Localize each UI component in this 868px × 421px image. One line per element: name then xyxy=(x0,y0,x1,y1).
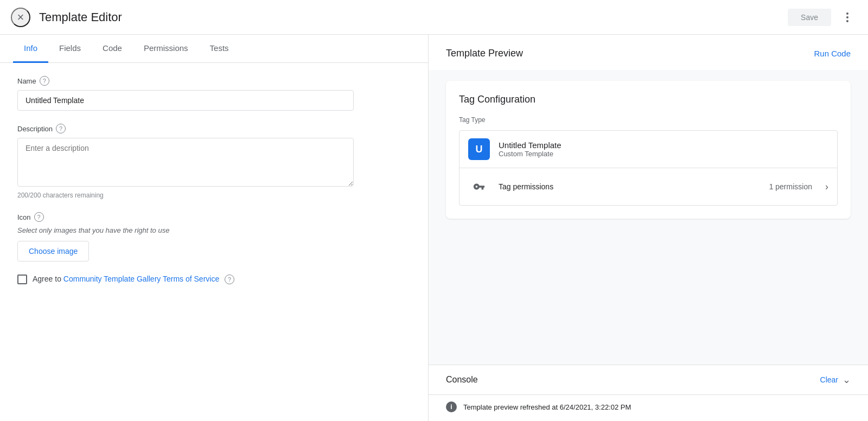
char-count: 200/200 characters remaining xyxy=(17,192,411,199)
key-icon xyxy=(468,176,490,197)
tag-config-title: Tag Configuration xyxy=(459,94,838,105)
console-section: Console Clear ⌄ i Template preview refre… xyxy=(429,365,868,421)
choose-image-button[interactable]: Choose image xyxy=(17,241,89,261)
icon-field-group: Icon ? Select only images that you have … xyxy=(17,212,411,261)
save-button[interactable]: Save xyxy=(788,9,831,26)
close-button[interactable]: × xyxy=(11,8,30,27)
tab-permissions[interactable]: Permissions xyxy=(133,35,199,63)
tag-icon: U xyxy=(468,138,490,160)
icon-subtitle: Select only images that you have the rig… xyxy=(17,226,411,234)
header-actions: Save xyxy=(788,8,857,27)
tag-info: Untitled Template Custom Template xyxy=(499,141,561,158)
tag-config-area: Tag Configuration Tag Type U Untitled Te… xyxy=(429,70,868,365)
description-input[interactable] xyxy=(17,138,354,187)
template-preview-title: Template Preview xyxy=(446,48,523,59)
description-help-icon[interactable]: ? xyxy=(56,124,66,133)
app-header: × Template Editor Save xyxy=(0,0,868,35)
name-input[interactable] xyxy=(17,90,354,111)
three-dots-icon xyxy=(846,12,848,22)
tag-main-row: U Untitled Template Custom Template xyxy=(459,131,837,168)
clear-button[interactable]: Clear xyxy=(820,375,838,384)
description-field-group: Description ? 200/200 characters remaini… xyxy=(17,124,411,199)
name-field-group: Name ? xyxy=(17,76,411,111)
console-header[interactable]: Console Clear ⌄ xyxy=(429,365,868,394)
tos-checkbox[interactable] xyxy=(17,275,27,284)
tos-link[interactable]: Community Template Gallery Terms of Serv… xyxy=(63,275,219,283)
tag-permissions-row[interactable]: Tag permissions 1 permission › xyxy=(459,168,837,205)
tag-name: Untitled Template xyxy=(499,141,561,150)
console-title: Console xyxy=(446,375,816,385)
tab-info[interactable]: Info xyxy=(13,35,48,63)
tag-type-item: U Untitled Template Custom Template xyxy=(459,130,838,206)
tag-type-label: Tag Type xyxy=(459,116,838,124)
info-log-icon: i xyxy=(446,401,457,412)
page-title: Template Editor xyxy=(39,10,122,24)
tabs-nav: Info Fields Code Permissions Tests xyxy=(0,35,428,63)
console-message: Template preview refreshed at 6/24/2021,… xyxy=(463,403,631,411)
description-label: Description ? xyxy=(17,124,411,133)
tos-text: Agree to Community Template Gallery Term… xyxy=(33,275,234,284)
more-options-button[interactable] xyxy=(838,8,857,27)
collapse-icon: ⌄ xyxy=(843,374,851,386)
left-panel: Info Fields Code Permissions Tests Name … xyxy=(0,35,429,421)
icon-label: Icon ? xyxy=(17,212,411,222)
tos-row: Agree to Community Template Gallery Term… xyxy=(17,275,411,284)
icon-help-icon[interactable]: ? xyxy=(34,212,44,222)
tag-config-card: Tag Configuration Tag Type U Untitled Te… xyxy=(446,81,851,219)
permissions-label: Tag permissions xyxy=(499,182,761,191)
main-layout: Info Fields Code Permissions Tests Name … xyxy=(0,35,868,421)
permissions-count: 1 permission xyxy=(769,182,812,191)
run-code-button[interactable]: Run Code xyxy=(814,49,851,58)
console-log-row: i Template preview refreshed at 6/24/202… xyxy=(446,401,851,412)
tos-help-icon[interactable]: ? xyxy=(225,275,234,284)
name-help-icon[interactable]: ? xyxy=(40,76,49,86)
tab-fields[interactable]: Fields xyxy=(48,35,92,63)
name-label: Name ? xyxy=(17,76,411,86)
console-body: i Template preview refreshed at 6/24/202… xyxy=(429,394,868,421)
left-content: Name ? Description ? 200/200 characters … xyxy=(0,63,428,421)
tag-subname: Custom Template xyxy=(499,150,561,158)
tab-tests[interactable]: Tests xyxy=(199,35,240,63)
tab-code[interactable]: Code xyxy=(92,35,133,63)
right-panel: Template Preview Run Code Tag Configurat… xyxy=(429,35,868,421)
right-header: Template Preview Run Code xyxy=(429,35,868,70)
chevron-right-icon: › xyxy=(825,181,828,193)
